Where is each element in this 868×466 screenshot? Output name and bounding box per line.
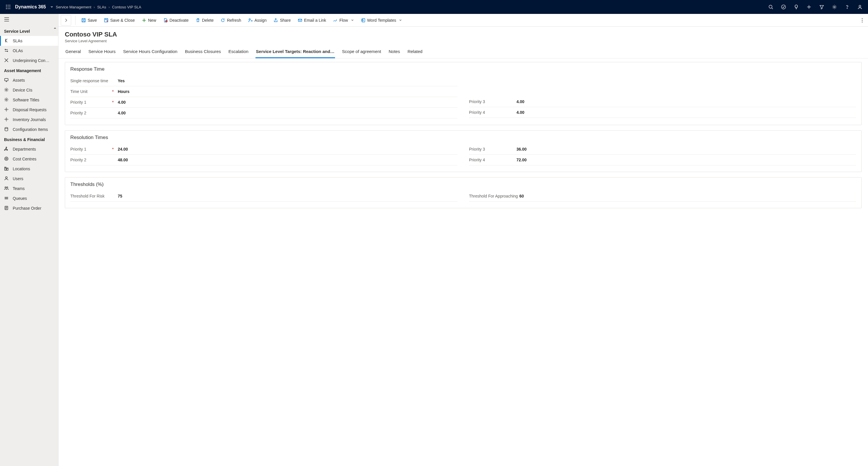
deactivate-button[interactable]: Deactivate [160, 16, 191, 24]
brand-chevron-icon[interactable] [50, 5, 54, 9]
delete-button[interactable]: Delete [193, 16, 216, 24]
sidebar-item-configuration-items[interactable]: Configuration Items [0, 124, 58, 135]
svg-point-18 [6, 119, 7, 120]
sidebar-item-teams[interactable]: Teams [0, 184, 58, 194]
tab-service-hours[interactable]: Service Hours [88, 46, 116, 58]
sidebar-collapse-icon[interactable] [54, 27, 56, 30]
field-priority3[interactable]: Priority 3 4.00 [469, 96, 856, 107]
field-value: 4.00 [117, 111, 126, 115]
card-title: Thresholds (%) [70, 182, 856, 187]
sidebar-item-label: OLAs [13, 48, 23, 53]
svg-rect-29 [82, 19, 85, 22]
save-close-button[interactable]: Save & Close [101, 16, 138, 24]
refresh-icon [220, 18, 225, 23]
sidebar-item-users[interactable]: Users [0, 174, 58, 184]
field-res-p4[interactable]: Priority 4 72.00 [469, 155, 856, 165]
sidebar-item-software-titles[interactable]: Software Titles [0, 95, 58, 105]
svg-point-11 [834, 6, 835, 7]
flow-button[interactable]: Flow [330, 16, 357, 24]
add-icon[interactable] [803, 0, 815, 14]
required-icon: * [112, 89, 114, 94]
share-button[interactable]: Share [271, 16, 293, 24]
field-priority2[interactable]: Priority 2 4.00 [70, 108, 458, 118]
sidebar-item-cost-centres[interactable]: Cost Centres [0, 154, 58, 164]
settings-icon[interactable] [829, 0, 840, 14]
email-a-link-button[interactable]: Email a Link [295, 16, 329, 24]
tab-escalation[interactable]: Escalation [228, 46, 249, 58]
sidebar-item-slas[interactable]: SLAs [0, 36, 58, 46]
search-icon[interactable] [765, 0, 777, 14]
cmd-label: Deactivate [169, 18, 189, 23]
overflow-button[interactable] [859, 16, 866, 24]
assign-button[interactable]: Assign [245, 16, 269, 24]
hamburger-icon[interactable] [4, 18, 9, 22]
app-launcher-icon[interactable] [2, 5, 14, 9]
sidebar-item-inventory-journals[interactable]: Inventory Journals [0, 115, 58, 124]
cmd-label: Share [280, 18, 290, 23]
sidebar-item-purchase-order[interactable]: Purchase Order [0, 203, 58, 213]
tab-notes[interactable]: Notes [388, 46, 400, 58]
sidebar: Service Level SLAs OLAs Underpinning Con… [0, 14, 58, 466]
tab-general[interactable]: General [65, 46, 81, 58]
field-res-p3[interactable]: Priority 3 36.00 [469, 144, 856, 155]
assets-icon [4, 78, 9, 83]
refresh-button[interactable]: Refresh [218, 16, 244, 24]
breadcrumb-item[interactable]: SLAs [97, 5, 106, 9]
field-value: 75 [117, 194, 122, 198]
field-label: Threshold For Approaching [469, 194, 518, 198]
cmd-label: Refresh [227, 18, 241, 23]
sidebar-item-departments[interactable]: Departments [0, 144, 58, 154]
field-res-p2[interactable]: Priority 2 48.00 [70, 155, 458, 165]
command-bar: Save Save & Close New Deactivate Delete … [58, 14, 868, 27]
field-value: 36.00 [515, 147, 527, 151]
cmd-label: New [148, 18, 156, 23]
sidebar-item-disposal-requests[interactable]: Disposal Requests [0, 105, 58, 115]
tab-scope-of-agreement[interactable]: Scope of agreement [341, 46, 382, 58]
tab-service-hours-configuration[interactable]: Service Hours Configuration [123, 46, 178, 58]
field-single-response[interactable]: Single response time Yes [70, 76, 458, 86]
sidebar-item-olas[interactable]: OLAs [0, 46, 58, 56]
sidebar-item-locations[interactable]: Locations [0, 164, 58, 174]
field-threshold-risk[interactable]: Threshold For Risk 75 [70, 191, 458, 202]
new-button[interactable]: New [139, 16, 159, 24]
field-label: Threshold For Risk [70, 194, 104, 198]
cost-icon [4, 156, 9, 162]
lightbulb-icon[interactable] [790, 0, 802, 14]
sidebar-item-queues[interactable]: Queues [0, 194, 58, 203]
sidebar-item-label: Disposal Requests [13, 108, 46, 112]
field-priority1[interactable]: Priority 1* 4.00 [70, 97, 458, 108]
sidebar-item-assets[interactable]: Assets [0, 75, 58, 85]
field-value: 60 [518, 194, 524, 198]
breadcrumb-item[interactable]: Service Management [56, 5, 91, 9]
loc-icon [4, 166, 9, 171]
persona-icon[interactable] [854, 0, 866, 14]
tab-related[interactable]: Related [407, 46, 423, 58]
save-button[interactable]: Save [79, 16, 100, 24]
field-priority4[interactable]: Priority 4 4.00 [469, 107, 856, 118]
config-icon [4, 127, 9, 132]
field-time-unit[interactable]: Time Unit* Hours [70, 86, 458, 97]
tab-service-level-targets-reaction-and-[interactable]: Service Level Targets: Reaction and… [255, 46, 335, 58]
word-templates-button[interactable]: Word Templates [358, 16, 405, 24]
assign-icon [248, 18, 253, 23]
help-icon[interactable] [841, 0, 853, 14]
software-icon [4, 97, 9, 103]
sidebar-item-underpinning-con-[interactable]: Underpinning Con… [0, 56, 58, 65]
field-label: Single response time [70, 79, 108, 83]
task-icon[interactable] [778, 0, 789, 14]
topbar: Dynamics 365 Service Management › SLAs ›… [0, 0, 868, 14]
svg-point-21 [5, 157, 8, 161]
breadcrumb-item[interactable]: Contoso VIP SLA [112, 5, 141, 9]
sidebar-section-title: Asset Management [0, 65, 58, 75]
field-res-p1[interactable]: Priority 1* 24.00 [70, 144, 458, 155]
sidebar-item-label: Queues [13, 196, 27, 201]
tab-business-closures[interactable]: Business Closures [184, 46, 221, 58]
sidebar-section-title: Service Level [0, 26, 58, 36]
sidebar-item-device-cis[interactable]: Device CIs [0, 85, 58, 95]
back-button[interactable] [61, 15, 71, 26]
divider [75, 16, 75, 25]
brand-label[interactable]: Dynamics 365 [15, 4, 46, 9]
filter-icon[interactable] [816, 0, 828, 14]
field-threshold-approaching[interactable]: Threshold For Approaching 60 [469, 191, 856, 202]
field-label: Priority 1 [70, 100, 86, 105]
